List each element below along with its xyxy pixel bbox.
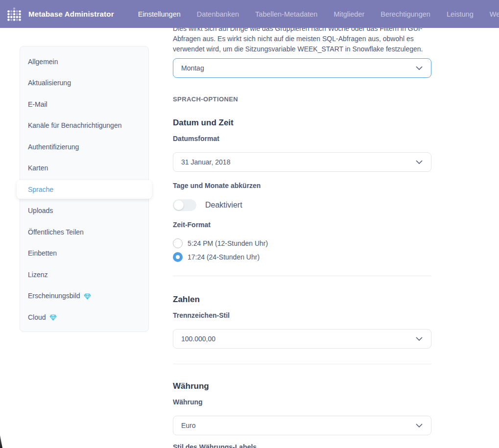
sidebar-item-uploads[interactable]: Uploads	[20, 200, 148, 222]
metabase-logo-icon	[7, 7, 22, 22]
sidebar-item-label: Einbetten	[28, 249, 57, 257]
datetime-heading: Datum und Zeit	[173, 118, 234, 128]
sidebar-item-label: Sprache	[28, 186, 53, 193]
chevron-down-icon	[416, 66, 423, 70]
abbreviate-label: Tage und Monate abkürzen	[173, 182, 261, 189]
corner-artifact	[0, 435, 2, 448]
radio-label: 5:24 PM (12-Stunden Uhr)	[188, 239, 268, 247]
section-divider	[173, 364, 431, 364]
sidebar-item-benachrichtigungen[interactable]: Kanäle für Benachrichtigungen	[20, 115, 148, 137]
sidebar-item-email[interactable]: E-Mail	[20, 94, 148, 115]
settings-content: Dies wirkt sich auf Dinge wie das Gruppi…	[173, 0, 431, 448]
nav-items: Einstellungen Datenbanken Tabellen-Metad…	[138, 10, 499, 18]
radio-label: 17:24 (24-Stunden Uhr)	[188, 253, 260, 261]
sidebar-item-authentifizierung[interactable]: Authentifizierung	[20, 136, 148, 158]
gem-icon	[49, 314, 57, 321]
currency-select[interactable]: Euro	[173, 416, 431, 435]
abbreviate-toggle-row: Deaktiviert	[173, 199, 242, 211]
toggle-state-label: Deaktiviert	[205, 201, 242, 210]
sidebar-item-label: Kanäle für Benachrichtigungen	[28, 121, 121, 129]
time-format-option-24h[interactable]: 17:24 (24-Stunden Uhr)	[173, 252, 260, 262]
currency-style-label: Stil des Währungs-Labels	[173, 443, 257, 448]
separator-style-label: Trennzeichen-Stil	[173, 311, 230, 319]
radio-unchecked-icon[interactable]	[173, 238, 183, 248]
nav-tab-tabellen-metadaten[interactable]: Tabellen-Metadaten	[255, 10, 317, 18]
sidebar-item-aktualisierung[interactable]: Aktualisierung	[20, 72, 148, 94]
sidebar-item-label: Uploads	[28, 207, 53, 214]
sidebar-item-karten[interactable]: Karten	[20, 158, 148, 179]
gem-icon	[84, 293, 91, 300]
toggle-knob	[174, 200, 184, 210]
date-format-label: Datumsformat	[173, 135, 219, 142]
sidebar-item-label: Erscheinungsbild	[28, 292, 80, 300]
admin-navbar: Metabase Administrator Einstellungen Dat…	[0, 0, 499, 28]
chevron-down-icon	[416, 337, 423, 341]
sidebar-item-einbetten[interactable]: Einbetten	[20, 243, 148, 264]
nav-tab-werkzeuge[interactable]: Werkzeuge	[490, 10, 499, 18]
sidebar-item-sprache[interactable]: Sprache	[17, 180, 152, 199]
nav-tab-leistung[interactable]: Leistung	[447, 10, 474, 18]
sidebar-item-oeffentliches-teilen[interactable]: Öffentliches Teilen	[20, 221, 148, 243]
date-format-select[interactable]: 31 Januar, 2018	[173, 152, 431, 172]
select-value: Montag	[181, 64, 204, 72]
numbers-heading: Zahlen	[173, 295, 200, 305]
time-format-label: Zeit-Format	[173, 221, 211, 229]
sidebar-item-label: Cloud	[28, 313, 46, 321]
sidebar-item-label: Lizenz	[28, 271, 48, 279]
sidebar-item-label: Öffentliches Teilen	[28, 228, 84, 236]
sidebar-item-lizenz[interactable]: Lizenz	[20, 264, 148, 285]
chevron-down-icon	[416, 160, 423, 164]
nav-tab-berechtigungen[interactable]: Berechtigungen	[380, 10, 430, 18]
nav-tab-datenbanken[interactable]: Datenbanken	[197, 10, 239, 18]
brand-title: Metabase Administrator	[28, 10, 114, 18]
sidebar-item-label: Aktualisierung	[28, 79, 71, 87]
chevron-down-icon	[416, 424, 423, 427]
select-value: 100.000,00	[181, 335, 215, 343]
separator-style-select[interactable]: 100.000,00	[173, 329, 431, 349]
sidebar-item-cloud[interactable]: Cloud	[20, 307, 148, 328]
abbreviate-toggle[interactable]	[173, 199, 196, 211]
time-format-option-12h[interactable]: 5:24 PM (12-Stunden Uhr)	[173, 238, 268, 248]
nav-tab-mitglieder[interactable]: Mitglieder	[333, 10, 364, 18]
sidebar-item-label: Authentifizierung	[28, 143, 79, 151]
sidebar-item-label: Allgemein	[28, 58, 58, 66]
section-divider	[173, 276, 431, 276]
sidebar-item-label: Karten	[28, 164, 48, 172]
sidebar-item-erscheinungsbild[interactable]: Erscheinungsbild	[20, 285, 148, 307]
localization-options-label: SPRACH-OPTIONEN	[173, 95, 238, 103]
currency-heading: Währung	[173, 381, 209, 391]
select-value: Euro	[181, 422, 196, 429]
select-value: 31 Januar, 2018	[181, 158, 230, 166]
radio-checked-icon[interactable]	[173, 252, 183, 262]
settings-sidebar: Allgemein Aktualisierung E-Mail Kanäle f…	[20, 46, 149, 332]
sidebar-item-label: E-Mail	[28, 100, 48, 108]
first-day-of-week-select[interactable]: Montag	[173, 58, 431, 78]
first-day-description: Dies wirkt sich auf Dinge wie das Gruppi…	[173, 24, 431, 54]
nav-tab-einstellungen[interactable]: Einstellungen	[138, 10, 181, 18]
currency-label: Währung	[173, 398, 203, 406]
sidebar-item-allgemein[interactable]: Allgemein	[20, 51, 148, 72]
metabase-brand[interactable]: Metabase Administrator	[0, 7, 114, 22]
admin-settings-page: Metabase Administrator Einstellungen Dat…	[0, 0, 499, 448]
